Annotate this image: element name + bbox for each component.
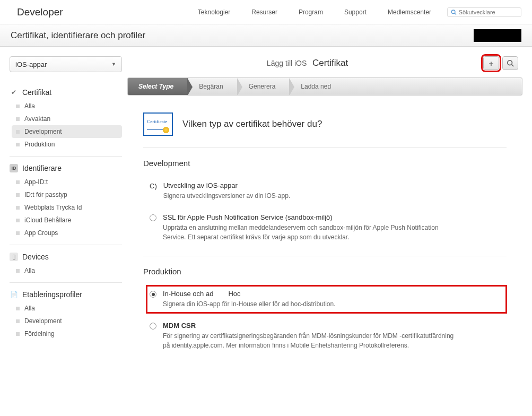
option-apns-ssl-sandbox[interactable]: SSL för Apple Push Notification Service …: [146, 209, 507, 246]
nav-medlemscenter[interactable]: Medlemscenter: [388, 8, 431, 16]
wizard-step-begaran[interactable]: Begäran: [188, 78, 238, 95]
content-actions: +: [483, 56, 518, 70]
option-title: Utveckling av iOS-appar: [163, 181, 503, 189]
heading-row: Certificate Vilken typ av certifikat beh…: [127, 108, 522, 148]
nav-program[interactable]: Program: [299, 8, 323, 16]
option-ios-app-development[interactable]: C) Utveckling av iOS-appar Signera utvec…: [146, 177, 507, 205]
option-desc: Signera din iOS-app för In-House eller f…: [163, 299, 460, 309]
sidebar-item-profiler-development[interactable]: Development: [12, 315, 122, 327]
option-text: In-House och adHoc Signera din iOS-app f…: [163, 290, 475, 309]
nav-resurser[interactable]: Resurser: [251, 8, 277, 16]
option-title: SSL för Apple Push Notification Service …: [163, 213, 503, 221]
sidebar-items-identifierare: App-ID:t ID:t för passtyp Webbplats Tryc…: [12, 176, 122, 239]
seal-icon: [163, 127, 169, 133]
option-title: In-House och adHoc: [163, 290, 475, 298]
search-icon: [451, 9, 457, 15]
sidebar-section-profiler[interactable]: 📄 Etableringsprofiler: [10, 290, 122, 299]
sidebar-items-profiler: Alla Development Fördelning: [12, 302, 122, 340]
sidebar-item-alla[interactable]: Alla: [12, 100, 122, 112]
option-desc: För signering av certifikatsigneringsbeg…: [163, 331, 460, 350]
platform-dropdown-label: iOS-appar: [15, 60, 47, 68]
account-dropdown[interactable]: [474, 29, 521, 42]
platform-dropdown[interactable]: iOS-appar: [10, 56, 122, 72]
wizard-step-generera[interactable]: Generera: [238, 78, 291, 95]
option-title-part: In-House och ad: [163, 290, 213, 298]
subtitle-bar: Certifikat, identifierare och profiler: [0, 24, 532, 47]
sidebar-item-devices-alla[interactable]: Alla: [12, 264, 122, 277]
sidebar-section-devices[interactable]: ▯ Devices: [10, 253, 122, 261]
radio-icon[interactable]: [150, 291, 156, 298]
svg-point-0: [451, 10, 455, 14]
sidebar-item-profiler-fordelning[interactable]: Fördelning: [12, 327, 122, 340]
id-badge-icon: ID: [10, 164, 18, 172]
section-development: Development C) Utveckling av iOS-appar S…: [127, 148, 522, 246]
sidebar-section-label: Certifikat: [22, 88, 51, 97]
svg-line-1: [455, 13, 456, 14]
option-inhouse-adhoc[interactable]: In-House och adHoc Signera din iOS-app f…: [146, 285, 507, 313]
sidebar-section-label: Devices: [22, 253, 49, 261]
top-header: Developer Teknologier Resurser Program S…: [0, 0, 532, 24]
certificate-icon: Certificate: [143, 112, 173, 136]
section-title-development: Development: [143, 159, 507, 168]
option-text: Utveckling av iOS-appar Signera utveckli…: [163, 181, 503, 201]
sidebar-item-appgroups[interactable]: App Croups: [12, 227, 122, 239]
content: Lägg till iOS Certifikat + Select Type B…: [127, 47, 532, 369]
radio-icon[interactable]: [150, 323, 156, 330]
wizard-step-select-type[interactable]: Select Type: [128, 78, 188, 95]
sidebar-item-icloud[interactable]: iCloud Behållare: [12, 214, 122, 227]
sidebar-section-label: Identifierare: [22, 164, 62, 172]
sidebar-items-devices: Alla: [12, 264, 122, 277]
divider: [10, 245, 122, 245]
checkmark-icon: ✔: [10, 88, 18, 97]
option-mdm-csr[interactable]: MDM CSR För signering av certifikatsigne…: [146, 317, 507, 354]
svg-point-2: [508, 60, 512, 65]
section-produktion: Produktion In-House och adHoc Signera di…: [127, 256, 522, 354]
sidebar-item-webbplats[interactable]: Webbplats Trycka Id: [12, 201, 122, 214]
content-title: Lägg till iOS Certifikat: [132, 58, 483, 68]
wizard-step-laddaned[interactable]: Ladda ned: [290, 78, 346, 95]
add-button[interactable]: +: [483, 56, 499, 70]
sidebar-item-avvaktan[interactable]: Avvaktan: [12, 112, 122, 125]
content-title-main: Certifikat: [312, 58, 348, 68]
sidebar-item-passtyp[interactable]: ID:t för passtyp: [12, 188, 122, 201]
search-box[interactable]: [447, 7, 521, 17]
search-input[interactable]: [459, 9, 518, 15]
developer-title[interactable]: Developer: [17, 6, 63, 18]
sidebar-section-label: Etableringsprofiler: [22, 290, 82, 299]
option-title-part: Hoc: [228, 290, 240, 298]
search-button[interactable]: [502, 56, 518, 70]
sidebar-section-identifierare[interactable]: ID Identifierare: [10, 164, 122, 172]
option-text: MDM CSR För signering av certifikatsigne…: [163, 322, 503, 350]
sidebar-item-appid[interactable]: App-ID:t: [12, 176, 122, 188]
top-nav: Teknologier Resurser Program Support Med…: [198, 8, 431, 16]
device-icon: ▯: [10, 253, 18, 261]
nav-teknologier[interactable]: Teknologier: [198, 8, 230, 16]
content-title-prefix: Lägg till iOS: [267, 59, 307, 67]
section-title-produktion: Produktion: [143, 267, 507, 276]
page-subtitle: Certifikat, identifierare och profiler: [11, 30, 145, 41]
sidebar-items-certifikat: Alla Avvaktan Development Produktion: [12, 100, 122, 151]
svg-line-3: [512, 65, 514, 67]
nav-support[interactable]: Support: [344, 8, 367, 16]
option-text: SSL för Apple Push Notification Service …: [163, 213, 503, 242]
option-desc: Upprätta en anslutning mellan meddelande…: [163, 223, 460, 242]
sidebar: iOS-appar ✔ Certifikat Alla Avvaktan Dev…: [0, 47, 127, 356]
wizard-steps: Select Type Begäran Generera Ladda ned: [127, 77, 522, 96]
sidebar-item-produktion[interactable]: Produktion: [12, 138, 122, 151]
option-desc: Signera utvecklingsversioner av din iOS-…: [163, 191, 460, 201]
main: iOS-appar ✔ Certifikat Alla Avvaktan Dev…: [0, 47, 532, 369]
divider: [10, 282, 122, 283]
sidebar-item-profiler-alla[interactable]: Alla: [12, 302, 122, 315]
magnifier-icon: [507, 59, 514, 67]
option-prefix: C): [150, 182, 157, 190]
heading-question: Vilken typ av certifikat behöver du?: [182, 119, 322, 129]
radio-icon[interactable]: [150, 214, 156, 221]
divider: [10, 156, 122, 157]
option-title: MDM CSR: [163, 322, 503, 330]
sidebar-section-certifikat[interactable]: ✔ Certifikat: [10, 88, 122, 97]
document-icon: 📄: [10, 290, 18, 299]
sidebar-item-development[interactable]: Development: [12, 125, 122, 138]
content-title-row: Lägg till iOS Certifikat +: [127, 47, 522, 77]
